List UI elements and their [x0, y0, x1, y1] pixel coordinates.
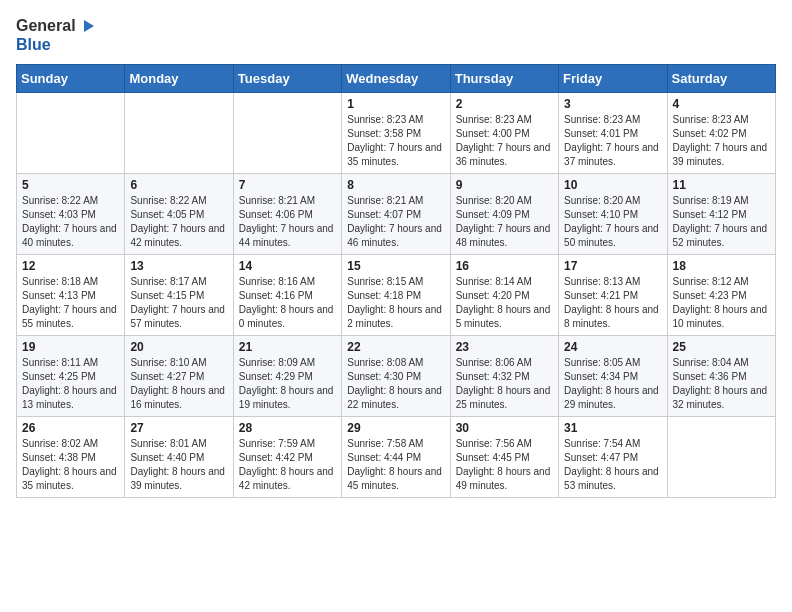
- calendar-cell: 24Sunrise: 8:05 AM Sunset: 4:34 PM Dayli…: [559, 335, 667, 416]
- day-info: Sunrise: 8:17 AM Sunset: 4:15 PM Dayligh…: [130, 275, 227, 331]
- calendar-cell: 23Sunrise: 8:06 AM Sunset: 4:32 PM Dayli…: [450, 335, 558, 416]
- day-number: 28: [239, 421, 336, 435]
- calendar-cell: 21Sunrise: 8:09 AM Sunset: 4:29 PM Dayli…: [233, 335, 341, 416]
- day-number: 5: [22, 178, 119, 192]
- week-row-5: 26Sunrise: 8:02 AM Sunset: 4:38 PM Dayli…: [17, 416, 776, 497]
- day-number: 25: [673, 340, 770, 354]
- day-number: 7: [239, 178, 336, 192]
- calendar-cell: 10Sunrise: 8:20 AM Sunset: 4:10 PM Dayli…: [559, 173, 667, 254]
- day-info: Sunrise: 8:04 AM Sunset: 4:36 PM Dayligh…: [673, 356, 770, 412]
- day-info: Sunrise: 8:08 AM Sunset: 4:30 PM Dayligh…: [347, 356, 444, 412]
- day-info: Sunrise: 8:16 AM Sunset: 4:16 PM Dayligh…: [239, 275, 336, 331]
- day-info: Sunrise: 8:11 AM Sunset: 4:25 PM Dayligh…: [22, 356, 119, 412]
- day-info: Sunrise: 8:05 AM Sunset: 4:34 PM Dayligh…: [564, 356, 661, 412]
- day-number: 2: [456, 97, 553, 111]
- day-info: Sunrise: 8:13 AM Sunset: 4:21 PM Dayligh…: [564, 275, 661, 331]
- day-number: 12: [22, 259, 119, 273]
- calendar-cell: 15Sunrise: 8:15 AM Sunset: 4:18 PM Dayli…: [342, 254, 450, 335]
- calendar-cell: 2Sunrise: 8:23 AM Sunset: 4:00 PM Daylig…: [450, 92, 558, 173]
- day-number: 29: [347, 421, 444, 435]
- day-number: 17: [564, 259, 661, 273]
- calendar-cell: 17Sunrise: 8:13 AM Sunset: 4:21 PM Dayli…: [559, 254, 667, 335]
- day-number: 31: [564, 421, 661, 435]
- calendar-cell: 12Sunrise: 8:18 AM Sunset: 4:13 PM Dayli…: [17, 254, 125, 335]
- calendar-cell: [125, 92, 233, 173]
- calendar-cell: 28Sunrise: 7:59 AM Sunset: 4:42 PM Dayli…: [233, 416, 341, 497]
- day-info: Sunrise: 8:20 AM Sunset: 4:09 PM Dayligh…: [456, 194, 553, 250]
- day-info: Sunrise: 8:18 AM Sunset: 4:13 PM Dayligh…: [22, 275, 119, 331]
- calendar-cell: 7Sunrise: 8:21 AM Sunset: 4:06 PM Daylig…: [233, 173, 341, 254]
- weekday-header-wednesday: Wednesday: [342, 64, 450, 92]
- weekday-header-friday: Friday: [559, 64, 667, 92]
- day-number: 18: [673, 259, 770, 273]
- day-number: 27: [130, 421, 227, 435]
- calendar-cell: 14Sunrise: 8:16 AM Sunset: 4:16 PM Dayli…: [233, 254, 341, 335]
- svg-marker-0: [84, 20, 94, 32]
- day-info: Sunrise: 7:54 AM Sunset: 4:47 PM Dayligh…: [564, 437, 661, 493]
- day-number: 19: [22, 340, 119, 354]
- day-info: Sunrise: 8:01 AM Sunset: 4:40 PM Dayligh…: [130, 437, 227, 493]
- day-info: Sunrise: 7:58 AM Sunset: 4:44 PM Dayligh…: [347, 437, 444, 493]
- day-number: 9: [456, 178, 553, 192]
- day-info: Sunrise: 8:10 AM Sunset: 4:27 PM Dayligh…: [130, 356, 227, 412]
- calendar-cell: 1Sunrise: 8:23 AM Sunset: 3:58 PM Daylig…: [342, 92, 450, 173]
- weekday-header-monday: Monday: [125, 64, 233, 92]
- day-info: Sunrise: 8:09 AM Sunset: 4:29 PM Dayligh…: [239, 356, 336, 412]
- day-number: 22: [347, 340, 444, 354]
- calendar-cell: 3Sunrise: 8:23 AM Sunset: 4:01 PM Daylig…: [559, 92, 667, 173]
- day-info: Sunrise: 8:19 AM Sunset: 4:12 PM Dayligh…: [673, 194, 770, 250]
- calendar-cell: 19Sunrise: 8:11 AM Sunset: 4:25 PM Dayli…: [17, 335, 125, 416]
- weekday-header-saturday: Saturday: [667, 64, 775, 92]
- day-info: Sunrise: 8:21 AM Sunset: 4:07 PM Dayligh…: [347, 194, 444, 250]
- day-info: Sunrise: 8:14 AM Sunset: 4:20 PM Dayligh…: [456, 275, 553, 331]
- calendar-table: SundayMondayTuesdayWednesdayThursdayFrid…: [16, 64, 776, 498]
- day-info: Sunrise: 7:56 AM Sunset: 4:45 PM Dayligh…: [456, 437, 553, 493]
- day-info: Sunrise: 8:20 AM Sunset: 4:10 PM Dayligh…: [564, 194, 661, 250]
- day-number: 4: [673, 97, 770, 111]
- calendar-cell: 26Sunrise: 8:02 AM Sunset: 4:38 PM Dayli…: [17, 416, 125, 497]
- calendar-cell: 27Sunrise: 8:01 AM Sunset: 4:40 PM Dayli…: [125, 416, 233, 497]
- day-info: Sunrise: 8:23 AM Sunset: 3:58 PM Dayligh…: [347, 113, 444, 169]
- day-info: Sunrise: 8:21 AM Sunset: 4:06 PM Dayligh…: [239, 194, 336, 250]
- week-row-1: 1Sunrise: 8:23 AM Sunset: 3:58 PM Daylig…: [17, 92, 776, 173]
- logo-blue-text: Blue: [16, 36, 51, 53]
- calendar-cell: 22Sunrise: 8:08 AM Sunset: 4:30 PM Dayli…: [342, 335, 450, 416]
- day-number: 15: [347, 259, 444, 273]
- weekday-header-tuesday: Tuesday: [233, 64, 341, 92]
- calendar-cell: 9Sunrise: 8:20 AM Sunset: 4:09 PM Daylig…: [450, 173, 558, 254]
- day-number: 8: [347, 178, 444, 192]
- week-row-4: 19Sunrise: 8:11 AM Sunset: 4:25 PM Dayli…: [17, 335, 776, 416]
- calendar-cell: 6Sunrise: 8:22 AM Sunset: 4:05 PM Daylig…: [125, 173, 233, 254]
- calendar-cell: 31Sunrise: 7:54 AM Sunset: 4:47 PM Dayli…: [559, 416, 667, 497]
- day-number: 24: [564, 340, 661, 354]
- calendar-cell: 18Sunrise: 8:12 AM Sunset: 4:23 PM Dayli…: [667, 254, 775, 335]
- day-number: 21: [239, 340, 336, 354]
- day-number: 16: [456, 259, 553, 273]
- calendar-cell: 30Sunrise: 7:56 AM Sunset: 4:45 PM Dayli…: [450, 416, 558, 497]
- calendar-cell: [667, 416, 775, 497]
- day-number: 11: [673, 178, 770, 192]
- logo: GeneralBlue: [16, 16, 96, 54]
- logo-wrap: GeneralBlue: [16, 16, 96, 54]
- day-number: 1: [347, 97, 444, 111]
- day-number: 6: [130, 178, 227, 192]
- day-number: 10: [564, 178, 661, 192]
- calendar-cell: 16Sunrise: 8:14 AM Sunset: 4:20 PM Dayli…: [450, 254, 558, 335]
- day-info: Sunrise: 8:06 AM Sunset: 4:32 PM Dayligh…: [456, 356, 553, 412]
- weekday-header-row: SundayMondayTuesdayWednesdayThursdayFrid…: [17, 64, 776, 92]
- header: GeneralBlue: [16, 16, 776, 54]
- day-info: Sunrise: 7:59 AM Sunset: 4:42 PM Dayligh…: [239, 437, 336, 493]
- week-row-2: 5Sunrise: 8:22 AM Sunset: 4:03 PM Daylig…: [17, 173, 776, 254]
- day-number: 13: [130, 259, 227, 273]
- day-info: Sunrise: 8:02 AM Sunset: 4:38 PM Dayligh…: [22, 437, 119, 493]
- day-number: 26: [22, 421, 119, 435]
- calendar-cell: 8Sunrise: 8:21 AM Sunset: 4:07 PM Daylig…: [342, 173, 450, 254]
- calendar-cell: [17, 92, 125, 173]
- calendar-cell: 5Sunrise: 8:22 AM Sunset: 4:03 PM Daylig…: [17, 173, 125, 254]
- day-number: 23: [456, 340, 553, 354]
- calendar-cell: 11Sunrise: 8:19 AM Sunset: 4:12 PM Dayli…: [667, 173, 775, 254]
- day-number: 14: [239, 259, 336, 273]
- logo-general-text: General: [16, 17, 76, 35]
- weekday-header-sunday: Sunday: [17, 64, 125, 92]
- calendar-cell: 4Sunrise: 8:23 AM Sunset: 4:02 PM Daylig…: [667, 92, 775, 173]
